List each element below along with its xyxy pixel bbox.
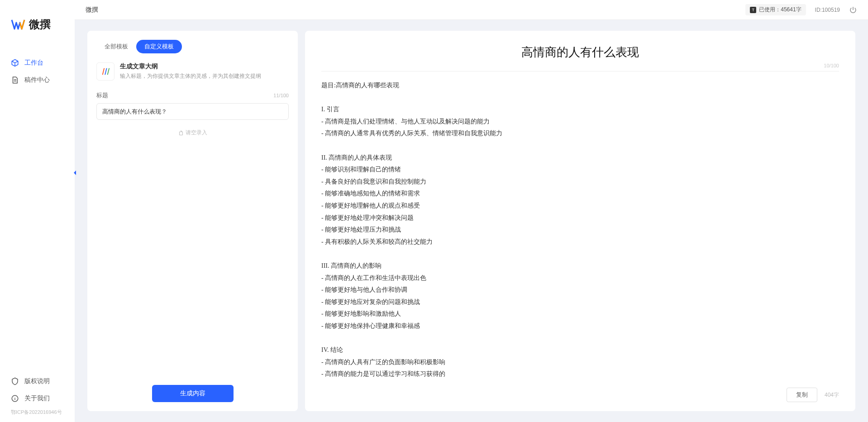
title-input[interactable] bbox=[96, 103, 289, 120]
eraser-icon bbox=[178, 130, 184, 136]
output-title: 高情商的人有什么表现 bbox=[321, 44, 839, 60]
logo-text: 微撰 bbox=[29, 17, 51, 32]
template-card: 生成文章大纲 输入标题，为你提供文章主体的灵感，并为其创建推文提纲 bbox=[96, 62, 289, 81]
clear-input-label: 请空录入 bbox=[186, 129, 207, 137]
nav-item-drafts[interactable]: 稿件中心 bbox=[0, 71, 75, 89]
nav-item-label: 工作台 bbox=[24, 59, 43, 67]
nav-item-label: 版权说明 bbox=[24, 377, 50, 385]
page-title: 微撰 bbox=[86, 6, 98, 14]
output-body: 题目:高情商的人有哪些表现 I. 引言 - 高情商是指人们处理情绪、与他人互动以… bbox=[321, 80, 839, 382]
nav-item-copyright[interactable]: 版权说明 bbox=[0, 373, 75, 390]
user-id: ID:100519 bbox=[815, 7, 840, 13]
text-icon: T bbox=[750, 7, 756, 13]
template-name: 生成文章大纲 bbox=[120, 62, 289, 71]
nav-item-label: 关于我们 bbox=[24, 394, 50, 403]
tab-all-templates[interactable]: 全部模板 bbox=[96, 40, 136, 53]
icp-text: 鄂ICP备2022016946号 bbox=[0, 407, 75, 419]
info-icon bbox=[11, 394, 19, 403]
power-icon[interactable] bbox=[849, 6, 857, 14]
nav-item-label: 稿件中心 bbox=[24, 76, 50, 84]
tab-custom-templates[interactable]: 自定义模板 bbox=[136, 40, 182, 53]
document-icon bbox=[11, 76, 19, 84]
main-nav: 工作台 稿件中心 bbox=[0, 41, 75, 373]
template-tabs: 全部模板 自定义模板 bbox=[96, 40, 289, 53]
topbar: 微撰 T 已使用：45641字 ID:100519 bbox=[75, 0, 868, 20]
main: 微撰 T 已使用：45641字 ID:100519 全部模板 自定义模板 bbox=[75, 0, 868, 422]
copy-button[interactable]: 复制 bbox=[787, 388, 817, 402]
usage-text: 已使用：45641字 bbox=[759, 6, 801, 14]
nav-item-about[interactable]: 关于我们 bbox=[0, 390, 75, 407]
output-char-count: 404字 bbox=[825, 391, 839, 399]
logo-icon bbox=[11, 17, 25, 32]
generate-button[interactable]: 生成内容 bbox=[152, 385, 234, 402]
nav-item-workspace[interactable]: 工作台 bbox=[0, 54, 75, 71]
logo: 微撰 bbox=[0, 0, 75, 41]
template-thumb-icon bbox=[96, 62, 114, 81]
shield-icon bbox=[11, 377, 19, 385]
input-panel: 全部模板 自定义模板 生成文章大纲 输入标题，为你提供文章主体的灵感，并为其创建… bbox=[87, 31, 298, 411]
usage-badge: T 已使用：45641字 bbox=[745, 4, 806, 15]
collapse-sidebar-button[interactable] bbox=[71, 167, 78, 178]
clear-input-button[interactable]: 请空录入 bbox=[96, 129, 289, 137]
cube-icon bbox=[11, 59, 19, 67]
title-field-counter: 11/100 bbox=[273, 93, 289, 98]
bottom-nav: 版权说明 关于我们 鄂ICP备2022016946号 bbox=[0, 373, 75, 422]
output-panel: 高情商的人有什么表现 10/100 题目:高情商的人有哪些表现 I. 引言 - … bbox=[305, 31, 855, 411]
content: 全部模板 自定义模板 生成文章大纲 输入标题，为你提供文章主体的灵感，并为其创建… bbox=[75, 20, 868, 422]
sidebar: 微撰 工作台 稿件中心 版权说明 bbox=[0, 0, 75, 422]
title-field-label: 标题 bbox=[96, 91, 108, 100]
output-title-counter: 10/100 bbox=[321, 63, 839, 68]
template-desc: 输入标题，为你提供文章主体的灵感，并为其创建推文提纲 bbox=[120, 72, 289, 80]
divider bbox=[321, 71, 839, 71]
